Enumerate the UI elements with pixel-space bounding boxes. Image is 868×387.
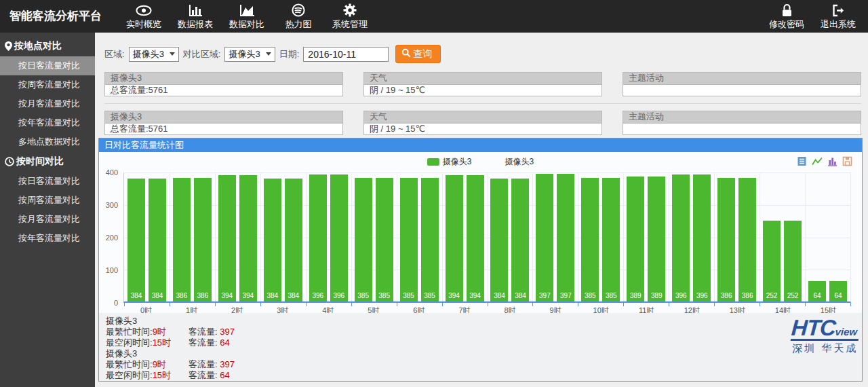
info-box-title: 天气 <box>363 72 602 84</box>
htcview-logo: HTCview 深圳 华天成 <box>791 317 859 355</box>
bar-摄像头3-7时[interactable]: 394 <box>467 175 484 301</box>
bar-group-3时: 384384 <box>260 173 306 301</box>
bar-type-icon[interactable] <box>827 156 837 166</box>
bar-value-label: 396 <box>675 292 687 301</box>
bar-value-label: 64 <box>834 292 842 301</box>
summary-flow-label: 客流量: <box>189 327 220 337</box>
save-image-icon[interactable] <box>842 156 852 166</box>
bar-value-label: 384 <box>267 292 278 301</box>
summary-flow-value: 64 <box>220 337 229 348</box>
sidebar-item-按周客流量对比[interactable]: 按周客流量对比 <box>0 191 95 210</box>
query-button[interactable]: 查询 <box>395 45 441 63</box>
nav-item-退出系统[interactable]: 退出系统 <box>812 0 864 33</box>
sidebar-item-按月客流量对比[interactable]: 按月客流量对比 <box>0 210 95 229</box>
bar-摄像头3-2时[interactable]: 394 <box>239 175 257 301</box>
bar-value-label: 396 <box>696 292 708 301</box>
nav-item-数据报表[interactable]: 数据报表 <box>170 0 221 33</box>
bar-摄像头3-13时[interactable]: 386 <box>738 178 756 301</box>
bar-摄像头3-0时[interactable]: 384 <box>127 179 145 301</box>
sidebar-item-按周客流量对比[interactable]: 按周客流量对比 <box>0 75 95 94</box>
sidebar-item-按年客流量对比[interactable]: 按年客流量对比 <box>0 229 95 248</box>
info-box-主题活动: 主题活动 <box>623 111 861 135</box>
date-label: 日期: <box>279 48 300 60</box>
nav-item-label: 数据对比 <box>229 18 264 31</box>
bar-group-8时: 384384 <box>488 173 533 301</box>
info-box-title: 主题活动 <box>623 72 861 84</box>
sidebar-item-多地点数据对比[interactable]: 多地点数据对比 <box>0 132 95 151</box>
bar-摄像头3-11时[interactable]: 389 <box>627 177 644 301</box>
data-view-icon[interactable] <box>797 156 807 166</box>
nav-item-修改密码[interactable]: 修改密码 <box>761 0 812 33</box>
bar-摄像头3-15时[interactable]: 64 <box>829 281 847 301</box>
bar-value-label: 384 <box>131 292 142 301</box>
info-box-天气: 天气阴 / 19 ~ 15℃ <box>363 111 602 135</box>
nav-item-系统管理[interactable]: 系统管理 <box>324 0 376 33</box>
compare-region-select-value: 摄像头3 <box>229 48 260 60</box>
bar-摄像头3-8时[interactable]: 384 <box>511 179 529 301</box>
bar-value-label: 394 <box>469 292 481 301</box>
eye-icon <box>136 3 152 17</box>
bar-摄像头3-2时[interactable]: 394 <box>218 175 236 301</box>
bar-摄像头3-12时[interactable]: 396 <box>672 174 690 301</box>
legend-item-摄像头3[interactable]: 摄像头3 <box>490 156 534 168</box>
magnifier-icon <box>401 48 411 60</box>
info-box-title: 摄像头3 <box>104 72 343 84</box>
header-right-nav: 修改密码退出系统 <box>761 0 864 33</box>
summary-time-label: 最空闲时间: <box>106 370 153 380</box>
bar-摄像头3-6时[interactable]: 385 <box>421 178 439 301</box>
bar-摄像头3-10时[interactable]: 385 <box>602 178 620 301</box>
legend-swatch <box>490 158 502 166</box>
sidebar-item-按日客流量对比[interactable]: 按日客流量对比 <box>0 56 95 75</box>
bar-摄像头3-3时[interactable]: 384 <box>285 179 302 301</box>
location-pin-icon <box>5 41 12 51</box>
bar-摄像头3-4时[interactable]: 396 <box>309 174 327 301</box>
bar-摄像头3-10时[interactable]: 385 <box>581 178 599 301</box>
bar-摄像头3-9时[interactable]: 397 <box>536 174 553 301</box>
sidebar-item-按日客流量对比[interactable]: 按日客流量对比 <box>0 172 95 191</box>
bar-摄像头3-1时[interactable]: 386 <box>194 178 212 301</box>
bar-摄像头3-8时[interactable]: 384 <box>490 179 508 301</box>
bar-摄像头3-14时[interactable]: 252 <box>784 221 802 301</box>
nav-item-热力图[interactable]: 热力图 <box>273 0 324 33</box>
sidebar-item-按月客流量对比[interactable]: 按月客流量对比 <box>0 94 95 113</box>
htcview-logo-wordmark: HTCview <box>790 317 860 341</box>
logo-subtitle: 深圳 华天成 <box>791 342 859 355</box>
bar-摄像头3-13时[interactable]: 386 <box>717 178 735 301</box>
info-box-title: 天气 <box>363 111 602 123</box>
info-box-content <box>623 123 861 135</box>
bar-group-15时: 6464 <box>805 173 850 301</box>
sidebar-section-按地点对比: 按地点对比 <box>0 36 95 56</box>
nav-item-label: 系统管理 <box>332 18 368 31</box>
bar-摄像头3-14时[interactable]: 252 <box>763 221 781 301</box>
summary-flow-label: 客流量: <box>189 370 220 380</box>
bar-摄像头3-9时[interactable]: 397 <box>557 174 574 301</box>
bar-摄像头3-4时[interactable]: 396 <box>330 174 348 301</box>
info-box-content: 阴 / 19 ~ 15℃ <box>363 84 602 96</box>
region-select[interactable]: 摄像头3 <box>129 47 179 62</box>
legend-item-摄像头3[interactable]: 摄像头3 <box>427 156 472 168</box>
bar-摄像头3-7时[interactable]: 394 <box>446 175 463 301</box>
nav-item-label: 数据报表 <box>178 18 213 31</box>
bar-group-12时: 396396 <box>669 173 714 301</box>
summary-flow-label: 客流量: <box>189 337 220 348</box>
line-type-icon[interactable] <box>812 156 823 166</box>
bar-摄像头3-5时[interactable]: 385 <box>376 178 393 301</box>
nav-item-实时概览[interactable]: 实时概览 <box>118 0 170 33</box>
bar-摄像头3-11时[interactable]: 389 <box>648 177 665 301</box>
bar-摄像头3-15时[interactable]: 64 <box>808 281 826 301</box>
bar-摄像头3-1时[interactable]: 386 <box>173 178 191 301</box>
bar-value-label: 385 <box>357 292 369 301</box>
bar-摄像头3-6时[interactable]: 385 <box>400 178 418 301</box>
bar-摄像头3-3时[interactable]: 384 <box>264 179 281 301</box>
sidebar-item-按年客流量对比[interactable]: 按年客流量对比 <box>0 113 95 132</box>
y-axis-tick-label: 100 <box>106 266 118 274</box>
bar-摄像头3-5时[interactable]: 385 <box>355 178 372 301</box>
compare-region-select[interactable]: 摄像头3 <box>224 47 275 62</box>
plot-area: 3843843863863943943843843963963853853853… <box>123 172 851 303</box>
logo-brand-main: HTC <box>791 317 836 338</box>
bar-摄像头3-12时[interactable]: 396 <box>693 174 711 301</box>
date-input[interactable]: 2016-10-11 <box>303 47 389 62</box>
bar-摄像头3-0时[interactable]: 384 <box>149 179 166 301</box>
chart-panel-title: 日对比客流量统计图 <box>99 139 862 152</box>
nav-item-数据对比[interactable]: 数据对比 <box>221 0 273 33</box>
